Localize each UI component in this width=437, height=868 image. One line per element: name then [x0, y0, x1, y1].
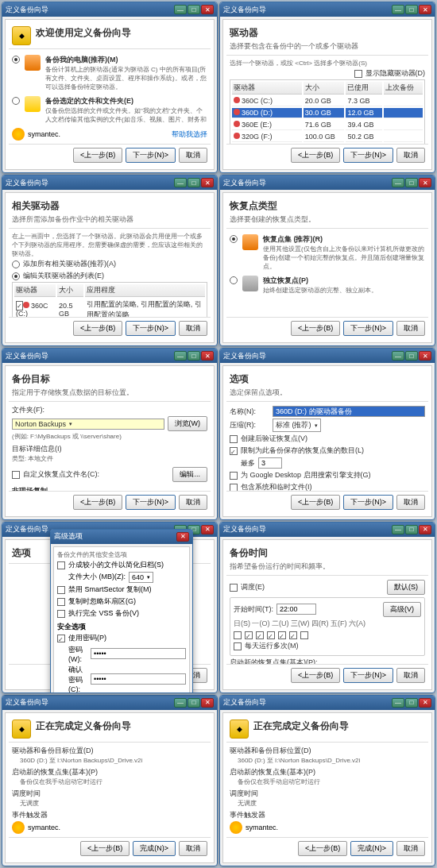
maximize-button[interactable]: □: [405, 178, 418, 187]
d5[interactable]: [278, 631, 286, 639]
pwd-check[interactable]: [57, 635, 65, 642]
close-button[interactable]: ✕: [201, 178, 214, 187]
table-row[interactable]: 320G (F:)100.0 GB50.2 GB: [232, 132, 423, 142]
close-button[interactable]: ✕: [176, 532, 189, 542]
password-input[interactable]: [91, 648, 186, 659]
drives-table[interactable]: 驱动器大小已使用上次备份 360C (C:)20.0 GB7.3 GB 360D…: [230, 79, 425, 144]
next-button[interactable]: 下一步(N)>: [343, 495, 393, 510]
close-button[interactable]: ✕: [419, 178, 431, 187]
back-button[interactable]: <上一步(B): [73, 495, 122, 510]
back-button[interactable]: <上一步(B): [73, 321, 122, 336]
minimize-button[interactable]: —: [392, 698, 404, 708]
next-button[interactable]: 下一步(N)>: [343, 321, 393, 336]
multi-check[interactable]: [234, 642, 242, 650]
minimize-button[interactable]: —: [174, 698, 187, 708]
cancel-button[interactable]: 取消: [179, 841, 207, 856]
back-button[interactable]: <上一步(B): [291, 321, 340, 336]
max-input[interactable]: [258, 457, 282, 469]
incl-check[interactable]: [230, 484, 238, 490]
back-button[interactable]: <上一步(B): [80, 841, 130, 856]
close-button[interactable]: ✕: [201, 351, 214, 361]
close-button[interactable]: ✕: [419, 5, 431, 14]
close-button[interactable]: ✕: [201, 5, 214, 14]
add-all-radio[interactable]: [12, 260, 20, 268]
ign-check[interactable]: [57, 598, 65, 606]
next-button[interactable]: 下一步(N)>: [126, 321, 176, 336]
back-button[interactable]: <上一步(B): [291, 495, 340, 510]
maximize-button[interactable]: □: [405, 698, 418, 708]
confirm-input[interactable]: [91, 673, 186, 685]
d3[interactable]: [256, 631, 264, 639]
d2[interactable]: [245, 631, 253, 639]
schedule-check[interactable]: [230, 584, 238, 592]
help-link[interactable]: 帮助我选择: [172, 129, 207, 140]
name-input[interactable]: [273, 406, 425, 417]
minimize-button[interactable]: —: [392, 525, 404, 534]
next-button[interactable]: 下一步(N)>: [126, 148, 176, 163]
backup-files-radio[interactable]: [12, 97, 20, 105]
maximize-button[interactable]: □: [405, 5, 418, 14]
close-button[interactable]: ✕: [419, 698, 431, 708]
finish-button[interactable]: 完成(N)>: [350, 841, 393, 856]
cancel-button[interactable]: 取消: [396, 321, 425, 336]
close-button[interactable]: ✕: [201, 525, 214, 534]
d6[interactable]: [289, 631, 297, 639]
close-button[interactable]: ✕: [201, 698, 214, 708]
cancel-button[interactable]: 取消: [396, 841, 425, 856]
custom-name-check[interactable]: [12, 471, 20, 479]
recovery-set-radio[interactable]: [230, 235, 238, 243]
table-row[interactable]: 360E (E:)71.6 GB39.4 GB: [232, 120, 423, 130]
cancel-button[interactable]: 取消: [396, 148, 425, 163]
browse-button[interactable]: 浏览(W): [168, 416, 208, 431]
minimize-button[interactable]: —: [392, 5, 404, 14]
minimize-button[interactable]: —: [392, 351, 404, 361]
gd-check[interactable]: [230, 472, 238, 480]
maximize-button[interactable]: □: [188, 351, 200, 361]
edit-button[interactable]: 编辑...: [172, 467, 207, 482]
compression-dropdown[interactable]: 标准 (推荐): [273, 419, 321, 432]
next-button[interactable]: 下一步(N)>: [343, 148, 393, 163]
cancel-button[interactable]: 取消: [396, 495, 425, 510]
minimize-button[interactable]: —: [174, 351, 187, 361]
ss-check[interactable]: [57, 586, 65, 594]
related-table[interactable]: 驱动器大小应用程度 360C (C:)20.5 GB引用配置的策略, 引用配置的…: [12, 282, 207, 317]
back-button[interactable]: <上一步(B): [291, 148, 340, 163]
maximize-button[interactable]: □: [405, 525, 418, 534]
close-button[interactable]: ✕: [419, 351, 431, 361]
advanced2-button[interactable]: 高级(V): [383, 602, 421, 617]
standalone-radio[interactable]: [230, 276, 238, 284]
back-button[interactable]: <上一步(B): [73, 148, 122, 163]
folder-dropdown[interactable]: Norton Backups: [12, 419, 164, 430]
close-button[interactable]: ✕: [419, 525, 431, 534]
cancel-button[interactable]: 取消: [179, 148, 207, 163]
minimize-button[interactable]: —: [174, 5, 187, 14]
vss-check[interactable]: [57, 610, 65, 618]
time-input[interactable]: [277, 604, 316, 615]
next-button[interactable]: 下一步(N)>: [126, 495, 176, 510]
cancel-button[interactable]: 取消: [179, 321, 207, 336]
d7[interactable]: [300, 631, 308, 639]
cancel-button[interactable]: 取消: [179, 495, 207, 510]
split-check[interactable]: [57, 561, 65, 569]
finish-button[interactable]: 完成(N)>: [133, 841, 176, 856]
fsize-dropdown[interactable]: 640: [129, 572, 153, 583]
d1[interactable]: [234, 631, 242, 639]
next-button[interactable]: 下一步(N)>: [343, 668, 393, 683]
maximize-button[interactable]: □: [188, 698, 200, 708]
backup-computer-radio[interactable]: [12, 56, 20, 64]
edit-list-radio[interactable]: [12, 272, 20, 280]
default-button[interactable]: 默认(S): [387, 580, 425, 595]
verify-check[interactable]: [230, 435, 238, 443]
limit-check[interactable]: [230, 447, 238, 455]
minimize-button[interactable]: —: [392, 178, 404, 187]
d4[interactable]: [267, 631, 275, 639]
show-hidden-check[interactable]: [354, 70, 362, 78]
minimize-button[interactable]: —: [174, 178, 187, 187]
table-row[interactable]: 360C (C:)20.0 GB7.3 GB: [232, 96, 423, 106]
maximize-button[interactable]: □: [188, 5, 200, 14]
cancel-button[interactable]: 取消: [396, 668, 425, 683]
back-button[interactable]: <上一步(B): [298, 841, 347, 856]
back-button[interactable]: <上一步(B): [291, 668, 340, 683]
maximize-button[interactable]: □: [188, 178, 200, 187]
maximize-button[interactable]: □: [405, 351, 418, 361]
